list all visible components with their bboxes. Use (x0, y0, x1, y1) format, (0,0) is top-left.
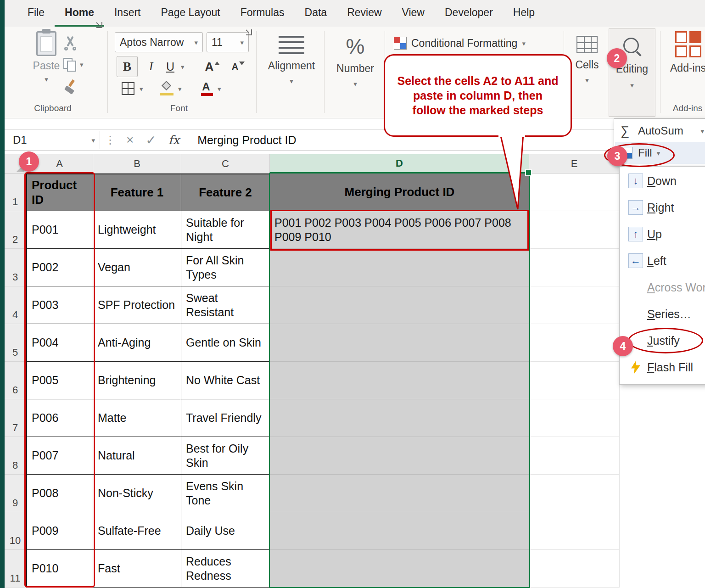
font-dialog-launcher[interactable] (245, 28, 252, 36)
enter-icon[interactable]: ✓ (140, 133, 162, 148)
underline-chevron-icon[interactable]: ▾ (181, 63, 185, 70)
cell-c11[interactable]: Reduces Redness (181, 550, 270, 588)
cell-a10[interactable]: P009 (26, 512, 93, 550)
cell-d10[interactable] (270, 512, 529, 550)
header-cell-c1[interactable]: Feature 2 (181, 174, 270, 211)
fill-menu-item-justify[interactable]: Justify (620, 327, 705, 354)
column-header-b[interactable]: B (93, 154, 181, 174)
menu-tab-file[interactable]: File (17, 0, 55, 27)
insert-function-icon[interactable]: fx (162, 133, 185, 147)
menu-tab-data[interactable]: Data (295, 0, 337, 27)
menu-tab-help[interactable]: Help (503, 0, 545, 27)
cell-b4[interactable]: SPF Protection (93, 286, 181, 324)
editing-group-button[interactable]: Editing ▾ (609, 28, 655, 117)
row-header-11[interactable]: 11 (5, 550, 26, 588)
cut-button[interactable] (63, 36, 77, 50)
cell-b7[interactable]: Matte (93, 399, 181, 437)
header-cell-d1[interactable]: Merging Product ID (270, 174, 529, 211)
increase-font-button[interactable]: A (202, 56, 223, 77)
fill-color-chevron-icon[interactable]: ▾ (178, 85, 182, 92)
number-group-button[interactable]: % Number ▾ (328, 36, 383, 87)
cell-c9[interactable]: Evens Skin Tone (181, 475, 270, 512)
font-color-button[interactable]: A (196, 78, 217, 99)
formula-input[interactable]: Merging Product ID (185, 134, 296, 147)
cell-d6[interactable] (270, 362, 529, 399)
cell-b5[interactable]: Anti-Aging (93, 324, 181, 362)
cell-b10[interactable]: Sulfate-Free (93, 512, 181, 550)
row-header-10[interactable]: 10 (5, 512, 26, 550)
cell-a6[interactable]: P005 (26, 362, 93, 399)
cell-e7[interactable] (529, 399, 620, 437)
cell-c10[interactable]: Daily Use (181, 512, 270, 550)
font-size-select[interactable]: 11 ▾ (207, 32, 249, 52)
row-header-7[interactable]: 7 (5, 399, 26, 437)
cell-d3[interactable] (270, 249, 529, 286)
row-header-8[interactable]: 8 (5, 437, 26, 475)
cell-c8[interactable]: Best for Oily Skin (181, 437, 270, 475)
cell-d7[interactable] (270, 399, 529, 437)
cell-a3[interactable]: P002 (26, 249, 93, 286)
row-header-5[interactable]: 5 (5, 324, 26, 362)
paste-button[interactable]: Paste ▾ (25, 31, 67, 83)
menu-tab-developer[interactable]: Developer (435, 0, 503, 27)
cell-d2[interactable]: P001 P002 P003 P004 P005 P006 P007 P008 … (270, 211, 529, 249)
fill-menu-button[interactable]: Fill ▾ (615, 142, 705, 164)
underline-button[interactable]: U (160, 56, 181, 77)
menu-tab-review[interactable]: Review (337, 0, 392, 27)
borders-chevron-icon[interactable]: ▾ (140, 85, 143, 92)
row-header-1[interactable]: 1 (5, 174, 26, 211)
cell-a5[interactable]: P004 (26, 324, 93, 362)
cell-c7[interactable]: Travel Friendly (181, 399, 270, 437)
column-header-e[interactable]: E (529, 154, 620, 174)
cell-b6[interactable]: Brightening (93, 362, 181, 399)
header-cell-b1[interactable]: Feature 1 (93, 174, 181, 211)
cell-d11[interactable] (270, 550, 529, 588)
font-name-select[interactable]: Aptos Narrow ▾ (115, 32, 203, 52)
row-header-2[interactable]: 2 (5, 211, 26, 249)
cell-e8[interactable] (529, 437, 620, 475)
fill-color-button[interactable] (156, 78, 177, 99)
cell-d9[interactable] (270, 475, 529, 512)
autosum-chevron-icon[interactable]: ▾ (700, 128, 704, 134)
menu-tab-page-layout[interactable]: Page Layout (151, 0, 230, 27)
italic-button[interactable]: I (140, 56, 162, 77)
cell-c3[interactable]: For All Skin Types (181, 249, 270, 286)
autosum-menu-item[interactable]: ∑ AutoSum ▾ (615, 120, 705, 142)
menu-tab-insert[interactable]: Insert (104, 0, 151, 27)
cell-e3[interactable] (529, 249, 620, 286)
cell-b11[interactable]: Fast (93, 550, 181, 588)
cell-c5[interactable]: Gentle on Skin (181, 324, 270, 362)
cell-e9[interactable] (529, 475, 620, 512)
format-painter-button[interactable] (63, 80, 77, 94)
fill-menu-item-flash-fill[interactable]: Flash Fill (620, 354, 705, 381)
fill-menu-item-left[interactable]: ←Left (620, 247, 705, 274)
borders-button[interactable] (118, 78, 139, 99)
fill-menu-item-down[interactable]: ↓Down (620, 168, 705, 194)
cancel-icon[interactable]: × (120, 133, 140, 147)
fill-menu-item-series[interactable]: Series… (620, 301, 705, 327)
cell-e6[interactable] (529, 362, 620, 399)
cell-c2[interactable]: Suitable for Night (181, 211, 270, 249)
row-header-6[interactable]: 6 (5, 362, 26, 399)
addins-button[interactable]: Add-ins (666, 31, 705, 74)
cell-b9[interactable]: Non-Sticky (93, 475, 181, 512)
cell-e11[interactable] (529, 550, 620, 588)
cell-e1[interactable] (529, 174, 620, 211)
menu-tab-view[interactable]: View (392, 0, 435, 27)
cell-a7[interactable]: P006 (26, 399, 93, 437)
column-header-c[interactable]: C (181, 154, 270, 174)
cell-e10[interactable] (529, 512, 620, 550)
menu-tab-formulas[interactable]: Formulas (230, 0, 295, 27)
cell-d4[interactable] (270, 286, 529, 324)
formula-bar-grip[interactable]: ⋮ (100, 134, 120, 146)
row-header-9[interactable]: 9 (5, 475, 26, 512)
header-cell-a1[interactable]: Product ID (26, 174, 93, 211)
cell-d8[interactable] (270, 437, 529, 475)
name-box[interactable]: D1 ▾ (8, 131, 100, 149)
bold-button[interactable]: B (117, 56, 138, 77)
row-header-4[interactable]: 4 (5, 286, 26, 324)
cell-a11[interactable]: P010 (26, 550, 93, 588)
cell-a8[interactable]: P007 (26, 437, 93, 475)
row-header-3[interactable]: 3 (5, 249, 26, 286)
copy-button[interactable]: ▾ (63, 58, 84, 71)
